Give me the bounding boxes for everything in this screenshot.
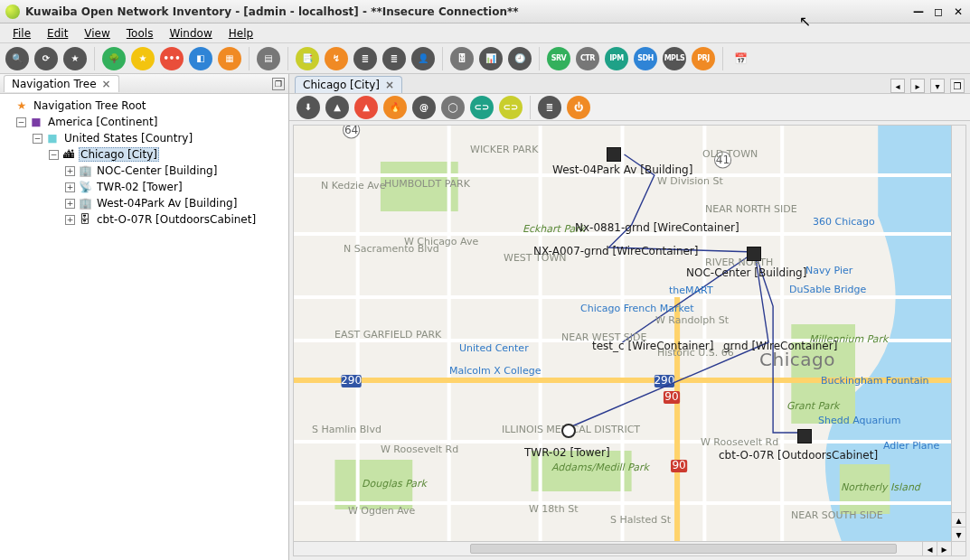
doc-icon[interactable]: ≣ xyxy=(538,96,561,119)
tab-scroll-left-icon[interactable]: ◂ xyxy=(890,79,905,93)
menu-help[interactable]: Help xyxy=(221,25,260,42)
flow-icon[interactable]: ↯ xyxy=(325,47,348,70)
scroll-right-icon[interactable]: ▸ xyxy=(937,542,951,555)
tree-node-cabinet[interactable]: + 🗄 cbt-O-07R [OutdoorsCabinet] xyxy=(2,211,287,228)
svg-rect-5 xyxy=(840,464,890,514)
menu-window[interactable]: Window xyxy=(162,25,219,42)
svg-text:290: 290 xyxy=(341,374,362,387)
tree-node-west04[interactable]: + 🏢 West-04Park Av [Building] xyxy=(2,195,287,211)
map-toolbar: ⬇▲▲🔥@◯⊂⊃⊂⊃≣⏻ xyxy=(289,94,970,121)
prj-icon[interactable]: PRJ xyxy=(692,47,715,70)
chart-icon[interactable]: 📊 xyxy=(479,47,503,70)
expand-icon[interactable]: + xyxy=(65,199,75,209)
power-icon[interactable]: ⏻ xyxy=(567,96,590,119)
mountain-red-icon[interactable]: ▲ xyxy=(354,96,378,119)
srv-icon[interactable]: SRV xyxy=(547,47,570,70)
tab-label: Chicago [City] xyxy=(303,79,380,91)
menu-view[interactable]: View xyxy=(77,25,117,42)
tab-maximize-icon[interactable]: ❐ xyxy=(950,79,965,93)
favorite-icon[interactable]: ★ xyxy=(131,47,155,70)
scroll-corner xyxy=(951,541,965,555)
minimize-button[interactable]: — xyxy=(912,5,925,18)
svg-text:41: 41 xyxy=(716,154,730,166)
menu-tools[interactable]: Tools xyxy=(119,25,161,42)
city-icon: 🏙 xyxy=(62,148,75,161)
rack-icon[interactable]: ▤ xyxy=(257,47,280,70)
horizontal-scrollbar[interactable]: ◂ ▸ xyxy=(294,541,951,555)
window-title: Kuwaiba Open Network Inventory - [admin … xyxy=(25,5,912,18)
menu-file[interactable]: File xyxy=(5,25,38,42)
tab-chicago[interactable]: Chicago [City] × xyxy=(295,76,402,93)
square-cyan-icon: ■ xyxy=(46,132,59,145)
refresh-icon[interactable]: ⟳ xyxy=(34,47,58,70)
navigation-tree[interactable]: ★ Navigation Tree Root − ■ America [Cont… xyxy=(0,94,288,560)
scatter-icon[interactable]: ••• xyxy=(160,47,184,70)
map-view[interactable]: 64 41 290 90 290 90 xyxy=(293,125,966,556)
collapse-icon[interactable]: − xyxy=(16,117,26,127)
collapse-icon[interactable]: − xyxy=(49,150,59,160)
mpls-icon[interactable]: MPLS xyxy=(663,47,686,70)
link-icon[interactable]: ⊂⊃ xyxy=(470,96,494,119)
tree-node-city[interactable]: − 🏙 Chicago [City] xyxy=(2,146,287,163)
at-icon[interactable]: @ xyxy=(412,96,436,119)
svg-rect-4 xyxy=(381,162,458,211)
expand-icon[interactable]: + xyxy=(65,166,75,176)
globe-icon[interactable]: ◯ xyxy=(441,96,465,119)
scroll-thumb[interactable] xyxy=(470,544,898,554)
tree-node-noc[interactable]: + 🏢 NOC-Center [Building] xyxy=(2,163,287,179)
calendar-icon[interactable]: 📅 xyxy=(730,49,750,69)
list-icon[interactable]: ≣ xyxy=(353,47,377,70)
editor-pane: Chicago [City] × ◂ ▸ ▾ ❐ ⬇▲▲🔥@◯⊂⊃⊂⊃≣⏻ xyxy=(289,74,970,560)
menu-edit[interactable]: Edit xyxy=(40,25,75,42)
scroll-down-icon[interactable]: ▾ xyxy=(952,527,965,541)
vertical-scrollbar[interactable]: ▴ ▾ xyxy=(951,126,965,541)
tree-root[interactable]: ★ Navigation Tree Root xyxy=(2,98,287,114)
clock-icon[interactable]: 🕘 xyxy=(508,47,532,70)
tab-close-icon[interactable]: × xyxy=(385,79,394,91)
list2-icon[interactable]: ≣ xyxy=(382,47,406,70)
user-icon[interactable]: 👤 xyxy=(411,47,435,70)
close-button[interactable]: ✕ xyxy=(952,5,965,18)
svg-rect-2 xyxy=(532,451,632,491)
maximize-button[interactable]: ◻ xyxy=(932,5,945,18)
scroll-up-icon[interactable]: ▴ xyxy=(952,512,965,527)
navigation-pane-header: Navigation Tree × ❐ xyxy=(0,74,288,94)
ctr-icon[interactable]: CTR xyxy=(576,47,599,70)
link2-icon[interactable]: ⊂⊃ xyxy=(499,96,523,119)
db-icon[interactable]: 🗄 xyxy=(450,47,474,70)
menubar: File Edit View Tools Window Help xyxy=(0,23,970,43)
collapse-icon[interactable]: − xyxy=(33,134,42,144)
tab-dropdown-icon[interactable]: ▾ xyxy=(930,79,945,93)
navigation-pane: Navigation Tree × ❐ ★ Navigation Tree Ro… xyxy=(0,74,289,560)
fire-icon[interactable]: 🔥 xyxy=(383,96,407,119)
navigation-tab[interactable]: Navigation Tree × xyxy=(4,75,119,92)
layers-icon[interactable]: 📑 xyxy=(296,47,319,70)
navigation-tab-close-icon[interactable]: × xyxy=(102,78,111,90)
svg-text:90: 90 xyxy=(672,459,685,471)
star-orange-icon: ★ xyxy=(15,99,28,112)
tab-scroll-right-icon[interactable]: ▸ xyxy=(910,79,925,93)
tree-node-continent[interactable]: − ■ America [Continent] xyxy=(2,114,287,130)
ipm-icon[interactable]: IPM xyxy=(605,47,628,70)
sdh-icon[interactable]: SDH xyxy=(634,47,657,70)
tree-icon[interactable]: 🌳 xyxy=(102,47,126,70)
svg-text:290: 290 xyxy=(654,374,674,387)
navigation-tab-label: Navigation Tree xyxy=(12,78,97,90)
navigation-maximize-icon[interactable]: ❐ xyxy=(272,78,285,90)
building-icon: 🏢 xyxy=(79,164,91,177)
scroll-left-icon[interactable]: ◂ xyxy=(922,542,937,555)
building-icon: 🏢 xyxy=(79,197,91,210)
svg-text:64: 64 xyxy=(344,126,358,136)
tree-node-country[interactable]: − ■ United States [Country] xyxy=(2,130,287,146)
expand-icon[interactable]: + xyxy=(65,215,75,225)
palette-icon[interactable]: ◧ xyxy=(189,47,212,70)
tree-node-tower[interactable]: + 📡 TWR-02 [Tower] xyxy=(2,179,287,195)
search-icon[interactable]: 🔍 xyxy=(5,47,29,70)
star-icon[interactable]: ★ xyxy=(63,47,87,70)
square-purple-icon: ■ xyxy=(30,116,42,128)
grid-icon[interactable]: ▦ xyxy=(218,47,241,70)
download-icon[interactable]: ⬇ xyxy=(297,96,320,119)
mountain-icon[interactable]: ▲ xyxy=(325,96,349,119)
main-toolbar: 🔍⟳★🌳★•••◧▦▤📑↯≣≣👤🗄📊🕘SRVCTRIPMSDHMPLSPRJ📅 xyxy=(0,43,970,74)
expand-icon[interactable]: + xyxy=(65,182,75,192)
